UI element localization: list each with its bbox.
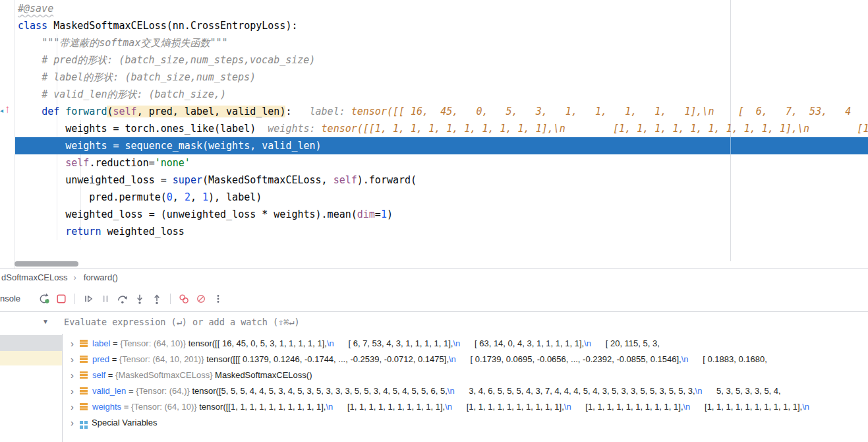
more-icon[interactable] <box>210 290 227 307</box>
resume-icon[interactable] <box>80 290 97 307</box>
code-line[interactable]: # valid_len的形状: (batch_size,) <box>15 86 868 103</box>
code-line[interactable]: unweighted_loss = super(MaskedSoftmaxCEL… <box>15 172 868 189</box>
code-token: # valid_len的形状: (batch_size,) <box>42 88 226 100</box>
code-token: # label的形状: (batch_size,num_steps) <box>42 71 256 83</box>
code-token: tensor([[ 16, 45, 0, 5, 3, 1, 1, 1, 1, 1… <box>351 106 852 117</box>
view-breakpoints-icon[interactable] <box>175 290 192 307</box>
code-line[interactable]: # label的形状: (batch_size,num_steps) <box>15 69 868 86</box>
code-line[interactable]: #@save <box>15 0 868 17</box>
variable-value: [ 63, 14, 0, 4, 3, 1, 1, 1, 1, 1], <box>460 338 584 348</box>
variable-value: [ 0.1883, 0.1680, <box>689 354 767 364</box>
editor-gutter <box>0 0 15 268</box>
code-token: , <box>190 191 202 203</box>
variable-value: 5, 3, 5, 3, 3, 5, 4, <box>702 386 780 396</box>
expand-chevron-icon[interactable]: › <box>71 354 80 365</box>
code-token <box>18 226 65 237</box>
variable-value: \n <box>326 402 333 412</box>
code-token: pred.permute( <box>18 191 167 203</box>
variable-value: {Tensor: (64, 10, 201)} <box>119 354 206 364</box>
code-token <box>18 71 42 83</box>
eval-history-caret-icon[interactable]: ▼ <box>42 318 49 325</box>
variable-value: Special Variables <box>92 418 157 427</box>
variable-name: valid_len <box>92 386 126 396</box>
variable-row[interactable]: ›weights = {Tensor: (64, 10)} tensor([[1… <box>63 398 868 414</box>
variable-value: \n <box>449 354 456 364</box>
horizontal-scrollbar-thumb[interactable] <box>14 261 78 267</box>
code-token <box>291 106 309 117</box>
expand-chevron-icon[interactable]: › <box>71 385 80 396</box>
variable-value: \n <box>327 338 334 348</box>
step-over-icon[interactable] <box>114 290 131 307</box>
code-line[interactable]: weighted_loss = (unweighted_loss * weigh… <box>15 206 868 223</box>
code-token: .reduction= <box>89 157 154 169</box>
variable-value: = <box>105 370 115 380</box>
toolbar-separator <box>74 294 75 304</box>
frame-row-selected[interactable] <box>0 335 62 351</box>
code-token: #@save <box>18 3 53 15</box>
code-token: weights: <box>268 123 321 135</box>
code-line[interactable]: weights = torch.ones_like(label) weights… <box>15 120 868 137</box>
code-token: ) <box>387 208 393 220</box>
variable-name: pred <box>92 354 109 364</box>
code-line[interactable]: return weighted_loss <box>15 223 868 240</box>
step-out-icon[interactable] <box>148 290 165 307</box>
breadcrumb-method[interactable]: forward() <box>82 272 118 282</box>
up-arrow-icon: ↑ <box>5 103 11 116</box>
expand-chevron-icon[interactable]: › <box>71 401 80 412</box>
execution-point-arrow-icon[interactable]: ◂ ↑ <box>1 102 14 119</box>
code-line[interactable]: # pred的形状: (batch_size,num_steps,vocab_s… <box>15 51 868 69</box>
code-lines: #@saveclass MaskedSoftmaxCELoss(nn.Cross… <box>15 0 868 240</box>
variable-value: \n <box>802 402 809 412</box>
code-token: ( <box>107 106 113 117</box>
code-editor[interactable]: #@saveclass MaskedSoftmaxCELoss(nn.Cross… <box>0 0 868 269</box>
code-token: # pred的形状: (batch_size,num_steps,vocab_s… <box>42 54 315 66</box>
variable-row[interactable]: ›self = {MaskedSoftmaxCELoss} MaskedSoft… <box>63 367 868 383</box>
pause-icon[interactable] <box>97 290 114 307</box>
variable-row[interactable]: ›Special Variables <box>63 414 868 430</box>
stop-icon[interactable] <box>53 290 70 307</box>
code-line[interactable]: self.reduction='none' <box>15 154 868 172</box>
variable-value: = <box>109 354 119 364</box>
variable-icon <box>80 403 88 410</box>
variable-value: {Tensor: (64, 10)} <box>120 338 188 348</box>
variable-value: \n <box>584 338 591 348</box>
variable-row[interactable]: ›valid_len = {Tensor: (64,)} tensor([5, … <box>63 383 868 398</box>
code-line[interactable]: pred.permute(0, 2, 1), label) <box>15 189 868 206</box>
code-token: weights = sequence_mask(weights, valid_l… <box>18 140 322 152</box>
variable-value: [1, 1, 1, 1, 1, 1, 1, 1, 1, 1], <box>690 402 802 412</box>
frame-marker-icon: ◂ <box>0 107 3 114</box>
code-line[interactable]: def forward(self, pred, label, valid_len… <box>15 103 868 120</box>
frame-row[interactable] <box>0 351 62 365</box>
code-token <box>18 54 42 66</box>
variable-row[interactable]: ›label = {Tensor: (64, 10)} tensor([[ 16… <box>63 335 868 351</box>
variable-value: \n <box>683 402 691 412</box>
variable-value: {MaskedSoftmaxCELoss} <box>115 370 215 380</box>
variable-name: label <box>92 338 110 348</box>
evaluate-expression-input[interactable]: Evaluate expression (↵) or add a watch (… <box>64 317 300 327</box>
mute-breakpoints-icon[interactable] <box>192 290 210 307</box>
step-into-icon[interactable] <box>131 290 148 307</box>
variable-value: [1, 1, 1, 1, 1, 1, 1, 1, 1, 1], <box>452 402 564 412</box>
code-token: self <box>65 157 89 169</box>
expand-chevron-icon[interactable]: › <box>71 417 80 428</box>
execution-line[interactable]: weights = sequence_mask(weights, valid_l… <box>15 137 868 154</box>
code-line[interactable]: """带遮蔽的softmax交叉熵损失函数""" <box>15 34 868 51</box>
debug-toolbar-icons <box>36 290 227 307</box>
variable-row[interactable]: ›pred = {Tensor: (64, 10, 201)} tensor([… <box>63 351 868 367</box>
expand-chevron-icon[interactable]: › <box>71 369 80 381</box>
variable-value: [ 20, 115, 5, 3, <box>591 338 660 348</box>
variable-value: tensor([[ 16, 45, 0, 5, 3, 1, 1, 1, 1, 1… <box>188 338 327 348</box>
variable-icon <box>80 387 88 395</box>
pycharm-debug-window: { "colors": { "execution_line_bg": "#267… <box>0 0 868 442</box>
variable-value: \n <box>681 354 689 364</box>
code-token <box>18 106 42 117</box>
code-line[interactable]: class MaskedSoftmaxCELoss(nn.CrossEntrop… <box>15 17 868 34</box>
code-token: return <box>65 226 107 237</box>
rerun-debug-icon[interactable] <box>36 290 53 307</box>
code-token: (MaskedSoftmaxCELoss, <box>202 174 333 186</box>
code-token: def <box>42 106 65 117</box>
breadcrumb-class[interactable]: dSoftmaxCELoss <box>0 272 67 282</box>
console-tab-partial[interactable]: nsole <box>0 294 24 303</box>
code-token: class <box>18 20 53 32</box>
expand-chevron-icon[interactable]: › <box>71 338 80 349</box>
